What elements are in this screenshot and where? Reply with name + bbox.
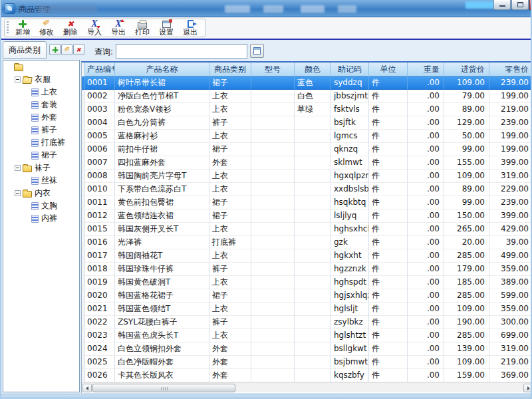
toolbar-button[interactable]: 打印 bbox=[130, 19, 154, 37]
cell-product-code: 0026 bbox=[85, 369, 115, 382]
toolbar-button[interactable]: 设置 bbox=[154, 19, 178, 37]
table-row[interactable]: 0004 白色九分筒裤 裤子 bsjftk 件 .00 129.00 239.0… bbox=[82, 116, 532, 130]
toolbar-button[interactable]: 导出 bbox=[106, 19, 130, 37]
column-header-color[interactable]: 颜色 bbox=[295, 63, 331, 76]
cell-retail-price: 599.00 bbox=[489, 289, 532, 303]
column-header-retail-price[interactable]: 零售价 bbox=[489, 63, 532, 76]
cell-product-code: 0018 bbox=[85, 263, 115, 276]
cell-weight: .00 bbox=[408, 196, 444, 209]
toolbar-button[interactable]: 新增 bbox=[11, 19, 35, 37]
table-row[interactable]: 0006 前扣牛仔裙 裙子 qknzq 件 .00 99.00 199.00 bbox=[82, 143, 532, 156]
cell-product-name: 白色净版帽外套 bbox=[115, 356, 209, 369]
cell-mnemonic: hglshtzt bbox=[331, 329, 369, 342]
column-header-purchase-price[interactable]: 进货价 bbox=[444, 63, 489, 76]
column-header-model[interactable]: 型号 bbox=[251, 63, 295, 76]
tree-node[interactable]: 裤子 bbox=[3, 124, 79, 136]
tree-node[interactable]: 袜子 bbox=[3, 162, 79, 174]
table-row[interactable]: 0021 韩国蓝色领结T 上衣 hglsljt 件 .00 109.00 359… bbox=[82, 303, 532, 316]
column-header-category[interactable]: 商品类别 bbox=[209, 63, 251, 76]
category-action-button[interactable] bbox=[49, 44, 61, 55]
cell-retail-price: 699.00 bbox=[489, 329, 532, 342]
tree-node[interactable]: 内裤 bbox=[3, 212, 79, 225]
toolbar-button[interactable]: 导入 bbox=[82, 19, 106, 37]
tree-expander-icon[interactable] bbox=[15, 165, 21, 171]
scrollbar-thumb[interactable] bbox=[92, 384, 235, 392]
tree-node[interactable]: 内衣 bbox=[3, 187, 79, 200]
search-button[interactable] bbox=[250, 44, 264, 58]
category-action-button[interactable] bbox=[73, 44, 84, 55]
table-row[interactable]: 0023 韩国蓝色虎头长T 上衣 hglshtzt 件 .00 285.00 6… bbox=[82, 329, 532, 342]
cell-product-name: 蓝色领结连衣裙 bbox=[115, 209, 209, 223]
table-row[interactable]: 0018 韩国珍珠牛仔裤 裤子 hgzznzk 件 .00 179.00 359… bbox=[82, 263, 532, 276]
column-header-weight[interactable]: 重量 bbox=[408, 63, 444, 76]
cell-product-code: 0011 bbox=[85, 196, 115, 209]
table-row[interactable]: 0003 粉色宽条V领衫 上衣 草绿 fsktvls 件 .00 89.00 2… bbox=[82, 103, 532, 116]
toolbar-grip[interactable] bbox=[7, 21, 9, 35]
search-input[interactable] bbox=[116, 44, 247, 59]
table-row[interactable]: 0024 白色立领钢扣外套 外套 bsllgkwt 件 .00 139.00 3… bbox=[82, 342, 532, 356]
cell-weight: .00 bbox=[408, 316, 444, 329]
tree-node[interactable]: 外套 bbox=[3, 111, 79, 124]
cell-product-name: 蓝格麻衬衫 bbox=[115, 130, 209, 143]
cell-weight: .00 bbox=[408, 263, 444, 276]
column-header-product-code[interactable]: 产品编号 bbox=[85, 63, 115, 76]
toolbar-button[interactable]: 删除 bbox=[59, 19, 82, 37]
tree-node[interactable]: 丝袜 bbox=[3, 174, 79, 187]
table-row[interactable]: 0011 黄色前扣包臀裙 裙子 hsqkbtq 件 .00 99.00 239.… bbox=[82, 196, 532, 209]
cell-unit: 件 bbox=[369, 183, 408, 196]
tree-node[interactable]: 文胸 bbox=[3, 200, 79, 212]
scroll-left-arrow-icon[interactable] bbox=[82, 384, 92, 392]
minimize-button[interactable] bbox=[493, 0, 511, 10]
toolbar-button[interactable]: 退出 bbox=[178, 19, 202, 37]
tree-node[interactable]: 打底裤 bbox=[3, 136, 79, 149]
cell-mnemonic: hgjsxhlqz bbox=[331, 289, 369, 303]
table-row[interactable]: 0005 蓝格麻衬衫 上衣 lgmcs 件 .00 50.00 199.00 bbox=[82, 130, 532, 143]
cell-mnemonic: hsqkbtq bbox=[331, 196, 369, 209]
table-row[interactable]: 0002 净版白色竹节棉T 上衣 白色 jbbszjmt 件 .00 79.00… bbox=[82, 90, 532, 103]
minimize-icon bbox=[499, 5, 505, 7]
maximize-button[interactable] bbox=[511, 0, 529, 10]
table-row[interactable]: 0026 卡其色长版风衣 外套 kqszbfy 件 .00 159.00 369… bbox=[82, 369, 532, 382]
table-header: 产品编号 产品名称 商品类别 型号 颜色 助记码 单位 重量 进货价 零售价 bbox=[82, 63, 532, 76]
tab-product-categories[interactable]: 商品类别 bbox=[3, 41, 47, 59]
cell-model bbox=[251, 289, 295, 303]
tree-expander-icon[interactable] bbox=[15, 190, 21, 196]
scroll-right-arrow-icon[interactable] bbox=[523, 384, 532, 392]
table-row[interactable]: 0007 四扣蓝麻外套 外套 sklmwt 件 .00 155.00 399.0… bbox=[82, 156, 532, 170]
cell-purchase-price: 109.00 bbox=[444, 303, 489, 316]
category-action-button[interactable] bbox=[61, 44, 72, 55]
table-row[interactable]: 0012 蓝色领结连衣裙 裙子 lsljlyq 件 .00 150.00 399… bbox=[82, 209, 532, 223]
close-button[interactable] bbox=[529, 0, 532, 10]
table-row[interactable]: 0019 韩国黄色破洞T 上衣 hghspdt 件 .00 185.00 389… bbox=[82, 276, 532, 289]
cell-retail-price: 199.00 bbox=[489, 130, 532, 143]
toolbar-button[interactable]: 修改 bbox=[35, 19, 59, 37]
table-row[interactable]: 0015 韩国灰侧开叉长T 上衣 hghsxhckczt 件 .00 265.0… bbox=[82, 223, 532, 236]
cell-purchase-price: 285.00 bbox=[444, 249, 489, 263]
window-bottom-frame bbox=[0, 394, 532, 399]
tree-node[interactable]: 衣服 bbox=[3, 73, 79, 86]
table-row[interactable]: 0016 光泽裤 打底裤 gzk 件 .00 20.00 39.00 bbox=[82, 236, 532, 249]
redacted-blur bbox=[301, 5, 325, 13]
column-header-unit[interactable]: 单位 bbox=[369, 63, 408, 76]
cell-color bbox=[295, 196, 331, 209]
cell-purchase-price: 79.00 bbox=[444, 90, 489, 103]
horizontal-scrollbar[interactable] bbox=[82, 382, 532, 392]
column-header-product-name[interactable]: 产品名称 bbox=[115, 63, 209, 76]
column-header-mnemonic[interactable]: 助记码 bbox=[331, 63, 369, 76]
tree-node[interactable]: 上衣 bbox=[3, 86, 79, 98]
table-row[interactable]: 0025 白色净版帽外套 外套 bsjbmwt 件 .00 109.00 219… bbox=[82, 356, 532, 369]
tree-node-icon bbox=[31, 88, 39, 96]
tree-node[interactable]: 裙子 bbox=[3, 149, 79, 162]
tree-node[interactable] bbox=[3, 61, 79, 73]
table-row[interactable]: 0022 ZSYL花腰白裤子 裤子 zsylbkz 件 .00 190.00 3… bbox=[82, 316, 532, 329]
table-row[interactable]: 0020 韩国蓝格花裙子 裙子 hgjsxhlqz 件 .00 285.00 5… bbox=[82, 289, 532, 303]
tree-node[interactable]: 套装 bbox=[3, 98, 79, 111]
cell-retail-price: 239.00 bbox=[489, 196, 532, 209]
cell-mnemonic: hghspdt bbox=[331, 276, 369, 289]
table-row[interactable]: 0008 韩国胸前亮片字母T 上衣 hgxqlpzmt 件 .00 109.00… bbox=[82, 170, 532, 183]
tree-expander-icon[interactable] bbox=[15, 76, 21, 82]
cell-retail-price: 399.00 bbox=[489, 209, 532, 223]
table-row[interactable]: 0017 韩国阔袖花T 上衣 hgkxht 件 .00 285.00 499.0… bbox=[82, 249, 532, 263]
table-row[interactable]: 0001 树叶吊带长裙 裙子 蓝色 syddzq 件 .00 109.00 23… bbox=[82, 76, 532, 90]
table-row[interactable]: 0010 下系带白色流苏白T 上衣 xxdbslsbt 件 .00 89.00 … bbox=[82, 183, 532, 196]
